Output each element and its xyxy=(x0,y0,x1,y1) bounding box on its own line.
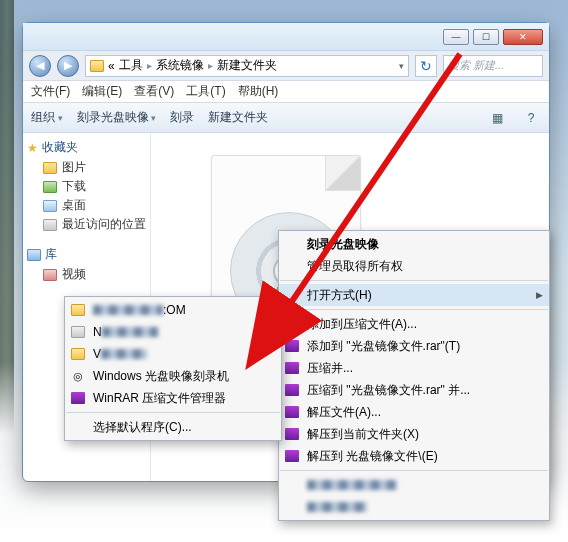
menu-label: 刻录光盘映像 xyxy=(307,236,379,253)
recent-icon xyxy=(43,219,57,231)
new-folder-button[interactable]: 新建文件夹 xyxy=(208,109,268,126)
back-button[interactable]: ◀ xyxy=(29,55,51,77)
sidebar-item-label: 视频 xyxy=(62,266,86,283)
folder-icon xyxy=(90,60,104,72)
obscured-item xyxy=(307,502,367,512)
toolbar: 组织 刻录光盘映像 刻录 新建文件夹 ▦ ? xyxy=(23,103,549,133)
menu-label: 解压到当前文件夹(X) xyxy=(307,426,419,443)
menu-label: 选择默认程序(C)... xyxy=(93,419,192,436)
sidebar-item-desktop[interactable]: 桌面 xyxy=(27,196,146,215)
ctx-burn-image[interactable]: 刻录光盘映像 xyxy=(279,233,549,255)
winrar-icon xyxy=(285,340,299,352)
folder-icon xyxy=(43,162,57,174)
app-icon: ◎ xyxy=(70,368,86,384)
library-icon xyxy=(27,249,41,261)
sidebar-item-label: 下载 xyxy=(62,178,86,195)
minimize-button[interactable]: — xyxy=(443,29,469,45)
ctx-extract[interactable]: 解压文件(A)... xyxy=(279,401,549,423)
winrar-icon xyxy=(71,392,85,404)
menu-file[interactable]: 文件(F) xyxy=(31,83,70,100)
ctx-more[interactable] xyxy=(279,496,549,518)
organize-button[interactable]: 组织 xyxy=(31,109,63,126)
submenu-item-winrar[interactable]: WinRAR 压缩文件管理器 xyxy=(65,387,281,409)
menu-view[interactable]: 查看(V) xyxy=(134,83,174,100)
sidebar-item-label: 最近访问的位置 xyxy=(62,216,146,233)
sidebar-group-favorites[interactable]: ★ 收藏夹 xyxy=(27,139,146,156)
obscured-item xyxy=(307,480,397,490)
burn-image-button[interactable]: 刻录光盘映像 xyxy=(77,109,157,126)
search-input[interactable]: 搜索 新建... xyxy=(443,55,543,77)
burn-button[interactable]: 刻录 xyxy=(170,109,194,126)
submenu-item[interactable]: V xyxy=(65,343,281,365)
menu-bar: 文件(F) 编辑(E) 查看(V) 工具(T) 帮助(H) xyxy=(23,81,549,103)
menu-label: Windows 光盘映像刻录机 xyxy=(93,368,229,385)
star-icon: ★ xyxy=(27,141,38,155)
menu-label: 添加到压缩文件(A)... xyxy=(307,316,417,333)
ctx-more[interactable] xyxy=(279,474,549,496)
submenu-item-windows-burner[interactable]: ◎Windows 光盘映像刻录机 xyxy=(65,365,281,387)
menu-label: 压缩并... xyxy=(307,360,353,377)
maximize-button[interactable]: ☐ xyxy=(473,29,499,45)
app-icon xyxy=(71,326,85,338)
winrar-icon xyxy=(285,384,299,396)
menu-label: WinRAR 压缩文件管理器 xyxy=(93,390,226,407)
menu-label: 管理员取得所有权 xyxy=(307,258,403,275)
close-button[interactable]: ✕ xyxy=(503,29,543,45)
ctx-extract-to[interactable]: 解压到 光盘镜像文件\(E) xyxy=(279,445,549,467)
winrar-icon xyxy=(285,428,299,440)
crumb-new-folder[interactable]: 新建文件夹 xyxy=(217,57,277,74)
menu-help[interactable]: 帮助(H) xyxy=(238,83,279,100)
libraries-label: 库 xyxy=(45,246,57,263)
help-icon[interactable]: ? xyxy=(521,108,541,128)
crumb-dropdown-icon[interactable]: ▾ xyxy=(399,61,404,71)
app-icon xyxy=(71,304,85,316)
favorites-label: 收藏夹 xyxy=(42,139,78,156)
ctx-extract-here[interactable]: 解压到当前文件夹(X) xyxy=(279,423,549,445)
sidebar-item-label: 图片 xyxy=(62,159,86,176)
ctx-add-rar[interactable]: 添加到 "光盘镜像文件.rar"(T) xyxy=(279,335,549,357)
sidebar-item-downloads[interactable]: 下载 xyxy=(27,177,146,196)
open-with-submenu: :OM N V ◎Windows 光盘映像刻录机 WinRAR 压缩文件管理器 … xyxy=(64,296,282,441)
crumb-tools[interactable]: 工具 xyxy=(119,57,143,74)
crumb-system-image[interactable]: 系统镜像 xyxy=(156,57,204,74)
video-icon xyxy=(43,269,57,281)
sidebar-group-libraries[interactable]: 库 xyxy=(27,246,146,263)
app-icon xyxy=(71,348,85,360)
sidebar-item-videos[interactable]: 视频 xyxy=(27,265,146,284)
submenu-arrow-icon: ▶ xyxy=(536,290,543,300)
refresh-button[interactable]: ↻ xyxy=(415,55,437,77)
menu-label: 解压到 光盘镜像文件\(E) xyxy=(307,448,438,465)
obscured-app-name xyxy=(93,305,163,315)
menu-tools[interactable]: 工具(T) xyxy=(186,83,225,100)
ctx-admin-own[interactable]: 管理员取得所有权 xyxy=(279,255,549,277)
submenu-item[interactable]: N xyxy=(65,321,281,343)
sidebar-item-label: 桌面 xyxy=(62,197,86,214)
crumb-prefix: « xyxy=(108,59,115,73)
menu-label: 添加到 "光盘镜像文件.rar"(T) xyxy=(307,338,460,355)
menu-label: 解压文件(A)... xyxy=(307,404,381,421)
obscured-app-name xyxy=(102,327,158,337)
winrar-icon xyxy=(285,406,299,418)
obscured-app-name xyxy=(101,349,147,359)
desktop-icon xyxy=(43,200,57,212)
view-mode-icon[interactable]: ▦ xyxy=(487,108,507,128)
ctx-compress-rar-email[interactable]: 压缩到 "光盘镜像文件.rar" 并... xyxy=(279,379,549,401)
winrar-icon xyxy=(285,362,299,374)
winrar-icon xyxy=(285,318,299,330)
ctx-compress-email[interactable]: 压缩并... xyxy=(279,357,549,379)
menu-label: 打开方式(H) xyxy=(307,287,372,304)
menu-edit[interactable]: 编辑(E) xyxy=(82,83,122,100)
download-icon xyxy=(43,181,57,193)
chevron-right-icon: ▸ xyxy=(147,60,152,71)
winrar-icon xyxy=(285,450,299,462)
context-menu: 刻录光盘映像 管理员取得所有权 打开方式(H)▶ 添加到压缩文件(A)... 添… xyxy=(278,230,550,521)
sidebar-item-recent[interactable]: 最近访问的位置 xyxy=(27,215,146,234)
breadcrumb[interactable]: « 工具 ▸ 系统镜像 ▸ 新建文件夹 ▾ xyxy=(85,55,409,77)
ctx-add-archive[interactable]: 添加到压缩文件(A)... xyxy=(279,313,549,335)
submenu-item[interactable]: :OM xyxy=(65,299,281,321)
titlebar: — ☐ ✕ xyxy=(23,23,549,51)
sidebar-item-pictures[interactable]: 图片 xyxy=(27,158,146,177)
submenu-item-choose-default[interactable]: 选择默认程序(C)... xyxy=(65,416,281,438)
forward-button[interactable]: ▶ xyxy=(57,55,79,77)
ctx-open-with[interactable]: 打开方式(H)▶ xyxy=(279,284,549,306)
